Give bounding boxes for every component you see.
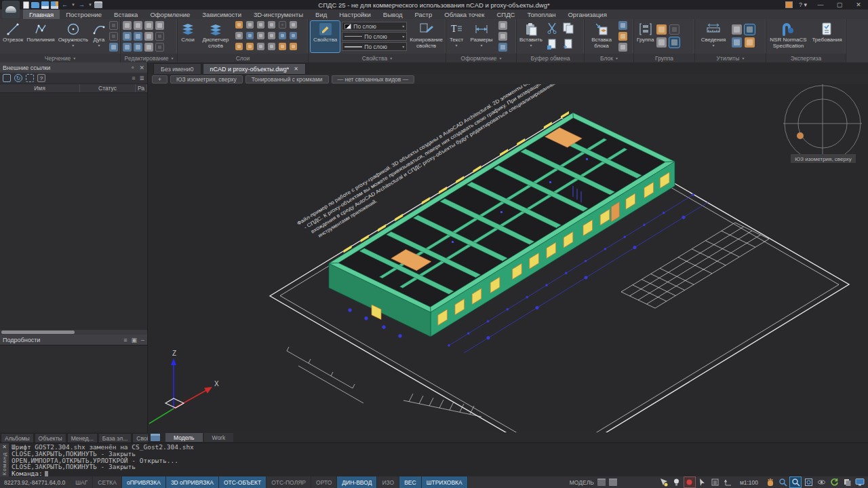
paste-button[interactable]: Вставить▾ — [519, 21, 543, 52]
scale-indicator[interactable]: м1:100 — [736, 479, 762, 486]
space-mode[interactable]: МОДЕЛЬ — [570, 478, 617, 486]
fullscreen-monitor-icon[interactable] — [854, 477, 865, 487]
group-edit-icon[interactable] — [656, 37, 667, 48]
regen-icon[interactable] — [829, 477, 840, 487]
cursor-icon[interactable] — [697, 477, 708, 487]
scale-icon[interactable] — [134, 43, 142, 52]
copy-with-basepoint-icon[interactable] — [545, 37, 560, 52]
group-label-annotate[interactable]: Оформление▾ — [446, 54, 516, 62]
dropdown-caret[interactable]: ▾ — [480, 43, 482, 49]
group-expand-icon[interactable]: ▾ — [171, 56, 173, 60]
details-collapse-icon[interactable]: – — [141, 337, 144, 343]
undo-icon[interactable]: ← — [60, 1, 69, 9]
layer-vpfreeze-icon[interactable] — [268, 43, 275, 50]
ungroup-icon[interactable] — [656, 24, 667, 35]
new-file-icon[interactable] — [23, 1, 29, 9]
text-button[interactable]: T Текст▾ — [448, 21, 465, 52]
layer-states-icon[interactable] — [290, 43, 297, 50]
layer-walk-icon[interactable] — [290, 32, 297, 39]
stretch-icon[interactable] — [123, 43, 132, 52]
orbit-icon[interactable] — [816, 477, 827, 487]
layer-lock2-icon[interactable] — [257, 43, 264, 50]
close-panel-icon[interactable]: ✕ — [139, 64, 144, 71]
dimensions-button[interactable]: Размеры▾ — [467, 21, 496, 52]
block-brush-icon[interactable] — [618, 43, 627, 52]
lamp-icon[interactable] — [671, 477, 682, 487]
copy-icon[interactable] — [123, 32, 132, 41]
layer-zero-icon[interactable] — [290, 21, 297, 29]
doc-tab-untitled[interactable]: Без имени0 — [153, 63, 201, 74]
status-toggle[interactable]: ОРТО — [311, 476, 337, 488]
group-expand-icon[interactable]: ▾ — [616, 56, 618, 60]
linetype-dropdown[interactable]: По слою▾ — [342, 32, 407, 41]
filter-icon[interactable] — [732, 37, 742, 48]
group-label-group[interactable]: Группа — [634, 54, 694, 62]
status-toggle[interactable]: ДИН-ВВОД — [337, 476, 377, 488]
color-dropdown[interactable]: По слою▾ — [342, 22, 407, 31]
annotate-table-icon[interactable] — [498, 43, 507, 52]
erase-icon[interactable] — [155, 21, 164, 30]
layer-thaw-icon[interactable] — [257, 21, 264, 29]
side-panel-tab[interactable]: Менед... — [67, 433, 98, 443]
explode-icon[interactable] — [155, 32, 164, 41]
group-manager-icon[interactable] — [669, 24, 679, 35]
maximize-button[interactable]: ▢ — [830, 0, 849, 10]
insert-block-button[interactable]: Вставка блока — [587, 21, 616, 52]
zoom-window-icon[interactable] — [790, 477, 801, 487]
group-expand-icon[interactable]: ▾ — [73, 56, 75, 60]
print-icon[interactable] — [94, 1, 102, 8]
ribbon-tab[interactable]: Вид — [309, 10, 333, 19]
redo-dropdown-icon[interactable]: ▾ — [88, 1, 92, 9]
layer-bulb3-icon[interactable] — [246, 43, 254, 50]
edit-block-icon[interactable] — [618, 32, 627, 41]
save-icon[interactable] — [41, 1, 49, 9]
pin-icon[interactable]: ⚬ — [130, 64, 136, 71]
save-as-icon[interactable] — [51, 1, 58, 9]
ribbon-tab[interactable]: Построение — [60, 10, 108, 19]
nsr-normacs-button[interactable]: NSR NormaCS Specification — [768, 21, 808, 52]
dropdown-caret[interactable]: ▾ — [530, 43, 532, 49]
multileader-icon[interactable] — [498, 32, 507, 41]
lineweight-dropdown[interactable]: По слою▾ — [342, 42, 407, 51]
dropdown-caret[interactable]: ▾ — [98, 43, 100, 49]
layer-on-icon[interactable] — [235, 21, 243, 29]
scrollbar-thumb[interactable] — [1, 331, 75, 334]
group-label-properties[interactable]: Свойства▾ — [309, 54, 446, 62]
tree-view-icon[interactable]: ≣ — [139, 75, 144, 81]
ribbon-tab[interactable]: СПДС — [491, 10, 521, 19]
building-model[interactable] — [329, 111, 675, 337]
pan-hand-icon[interactable] — [764, 477, 775, 487]
navigation-sphere[interactable]: ЮЗ изометрия, сверху — [783, 84, 862, 163]
redo-icon[interactable]: → — [77, 1, 86, 9]
open-file-icon[interactable] — [31, 2, 39, 8]
dropdown-caret[interactable]: ▾ — [72, 43, 74, 49]
select-similar-icon[interactable] — [745, 24, 755, 35]
group-expand-icon[interactable]: ▾ — [499, 56, 501, 60]
rectangle-icon[interactable] — [109, 21, 118, 30]
white-dimensions[interactable] — [287, 347, 481, 417]
ribbon-tab[interactable]: Растр — [409, 10, 439, 19]
layer-manager-button[interactable]: Диспетчер слоёв — [198, 21, 233, 52]
status-toggle[interactable]: ШТРИХОВКА — [422, 476, 468, 488]
ribbon-tab[interactable]: Настройки — [333, 10, 377, 19]
list-view-icon[interactable]: ≡ — [132, 75, 135, 81]
command-history[interactable]: Шрифт GOST2.304.shx заменён на CS_Gost2.… — [9, 443, 868, 476]
layer-match-icon[interactable] — [279, 32, 286, 39]
undo-dropdown-icon[interactable]: ▾ — [71, 1, 75, 9]
doc-tab-current[interactable]: nCAD и proxy-объекты.dwg* ✕ — [203, 63, 306, 74]
dropdown-caret[interactable]: ▾ — [455, 43, 457, 49]
column-size[interactable]: Ра — [136, 84, 147, 92]
fillet-icon[interactable] — [144, 32, 153, 41]
tab-work[interactable]: Work — [204, 433, 234, 442]
layers-button[interactable]: Слои — [180, 21, 196, 52]
selection-cycling-icon[interactable] — [658, 477, 669, 487]
view-control-button[interactable]: Тонированный с кромками — [245, 75, 329, 83]
create-block-icon[interactable] — [618, 21, 627, 30]
layout-list-icon[interactable] — [151, 434, 160, 441]
help-button[interactable]: ? ▾ — [795, 0, 811, 10]
help-xref-icon[interactable]: ? — [37, 74, 45, 82]
sheets-icon[interactable] — [842, 477, 852, 487]
status-toggle[interactable]: ИЗО — [377, 476, 399, 488]
ellipse-icon[interactable] — [109, 32, 118, 41]
ribbon-tab[interactable]: Топоплан — [521, 10, 561, 19]
